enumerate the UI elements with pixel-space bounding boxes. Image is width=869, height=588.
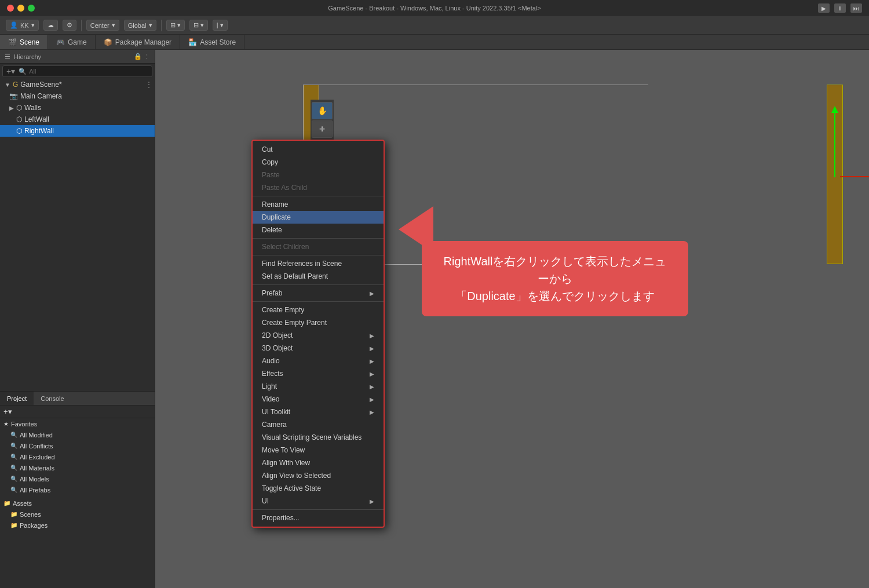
global-selector[interactable]: Global ▾ [124,20,156,31]
annotation-text: RightWallを右クリックして表示したメニューから「Duplicate」を選… [444,255,667,302]
cm-align-with-view[interactable]: Align With View [253,456,384,469]
2d-arrow-icon: ▶ [370,333,374,339]
cm-2d-object[interactable]: 2D Object▶ [253,329,384,342]
tab-package-manager[interactable]: 📦 Package Manager [96,35,180,49]
close-button[interactable] [7,5,14,12]
cm-paste: Paste [253,169,384,181]
cm-duplicate[interactable]: Duplicate [253,211,384,224]
cm-visual-scripting[interactable]: Visual Scripting Scene Variables [253,431,384,444]
cm-ui[interactable]: UI▶ [253,495,384,507]
favorites-folder[interactable]: ★ Favorites [0,418,155,429]
cm-move-to-view[interactable]: Move To View [253,444,384,456]
separator-1 [81,20,82,31]
project-toolbar: +▾ [0,406,155,418]
context-menu: Cut Copy Paste Paste As Child Rename Dup… [251,140,385,528]
cloud-button[interactable]: ☁ [43,20,58,31]
more-dots-icon[interactable]: ⋮ [145,81,152,89]
lock-icon[interactable]: 🔒 [134,53,142,60]
top-toolbar: 👤 KK ▾ ☁ ⚙ Center ▾ Global ▾ ⊞ ▾ ⊟ ▾ | ▾ [0,16,869,35]
tab-scene[interactable]: 🎬 Scene [0,35,48,49]
audio-arrow-icon: ▶ [370,358,374,364]
cm-3d-object[interactable]: 3D Object▶ [253,342,384,355]
asset-tab-label: Asset Store [200,38,236,46]
pause-button[interactable]: ⏸ [834,3,846,13]
cm-paste-as-child: Paste As Child [253,181,384,194]
all-excluded-label: All Excluded [20,454,55,461]
cm-light[interactable]: Light▶ [253,380,384,393]
walls-expand-icon: ▶ [9,105,14,111]
maximize-button[interactable] [28,5,35,12]
cm-sep-3 [253,255,384,255]
cm-effects[interactable]: Effects▶ [253,367,384,380]
hierarchy-item-gamescene[interactable]: ▼ G GameScene* ⋮ [0,79,155,90]
cm-create-empty-parent[interactable]: Create Empty Parent [253,316,384,329]
packages-folder[interactable]: 📁 Packages [0,520,155,531]
hierarchy-item-walls[interactable]: ▶ ⬡ Walls [0,102,155,114]
cm-set-default-parent[interactable]: Set as Default Parent [253,270,384,283]
center-selector[interactable]: Center ▾ [86,20,119,31]
tab-console[interactable]: Console [34,392,71,405]
all-excluded-item[interactable]: 🔍 All Excluded [0,451,155,462]
cm-find-references[interactable]: Find References in Scene [253,257,384,270]
hierarchy-item-rightwall[interactable]: ⬡ RightWall [0,125,155,137]
view-toggle[interactable]: ⊟ ▾ [189,20,208,31]
scenes-folder[interactable]: 📁 Scenes [0,509,155,520]
cm-create-empty[interactable]: Create Empty [253,304,384,316]
cm-toggle-active[interactable]: Toggle Active State [253,482,384,495]
hierarchy-header: ☰ Hierarchy 🔒 ⋮ [0,50,155,64]
all-models-item[interactable]: 🔍 All Models [0,473,155,484]
camera-icon: 📷 [9,92,18,100]
project-tab-label: Project [7,395,27,402]
assets-folder[interactable]: 📁 Assets [0,498,155,509]
tab-bar: 🎬 Scene 🎮 Game 📦 Package Manager 🏪 Asset… [0,35,869,50]
settings-button[interactable]: ⚙ [63,20,76,31]
walls-icon: ⬡ [16,104,22,112]
hierarchy-item-leftwall[interactable]: ⬡ LeftWall [0,114,155,125]
step-button[interactable]: ⏭ [850,3,862,13]
walls-label: Walls [24,104,41,112]
cm-properties[interactable]: Properties... [253,512,384,524]
leftwall-icon: ⬡ [16,115,22,123]
cm-align-view-to-selected[interactable]: Align View to Selected [253,469,384,482]
hamburger-icon: ☰ [5,53,10,60]
all-prefabs-label: All Prefabs [20,487,50,494]
gizmo-right-arrow [840,176,869,177]
maincamera-label: Main Camera [20,92,62,100]
all-materials-item[interactable]: 🔍 All Materials [0,462,155,473]
playback-controls[interactable]: ▶ ⏸ ⏭ [818,3,862,13]
add-icon[interactable]: +▾ [6,67,15,76]
hand-tool[interactable]: ✋ [312,102,333,119]
cm-copy[interactable]: Copy [253,156,384,169]
cm-ui-toolkit[interactable]: UI Toolkit▶ [253,406,384,418]
cm-video[interactable]: Video▶ [253,393,384,406]
minimize-button[interactable] [17,5,24,12]
cm-audio[interactable]: Audio▶ [253,355,384,367]
window-controls[interactable] [7,5,35,12]
search-sm-icon-3: 🔍 [10,454,17,460]
profile-selector[interactable]: 👤 KK ▾ [6,20,39,31]
tab-asset-store[interactable]: 🏪 Asset Store [180,35,244,49]
cm-rename[interactable]: Rename [253,198,384,211]
move-tool[interactable]: ✛ [312,120,333,138]
add-project-icon[interactable]: +▾ [3,407,12,416]
play-button[interactable]: ▶ [818,3,830,13]
scene-tab-label: Scene [20,38,39,46]
tab-game[interactable]: 🎮 Game [48,35,96,49]
gamescene-icon: G [13,81,18,89]
gizmo-toggle[interactable]: | ▾ [213,20,228,31]
cm-camera[interactable]: Camera [253,418,384,431]
all-prefabs-item[interactable]: 🔍 All Prefabs [0,484,155,495]
video-arrow-icon: ▶ [370,396,374,403]
cm-cut[interactable]: Cut [253,143,384,156]
cm-prefab[interactable]: Prefab▶ [253,287,384,300]
tab-project[interactable]: Project [0,392,34,405]
all-conflicts-item[interactable]: 🔍 All Conflicts [0,440,155,451]
more-icon[interactable]: ⋮ [144,53,150,60]
cm-delete[interactable]: Delete [253,224,384,236]
tool-panel: ✋ ✛ [311,100,334,140]
hierarchy-item-maincamera[interactable]: 📷 Main Camera [0,90,155,102]
rightwall-label: RightWall [24,127,54,135]
grid-toggle[interactable]: ⊞ ▾ [166,20,185,31]
all-modified-item[interactable]: 🔍 All Modified [0,429,155,440]
scene-icon: 🎬 [8,38,17,46]
